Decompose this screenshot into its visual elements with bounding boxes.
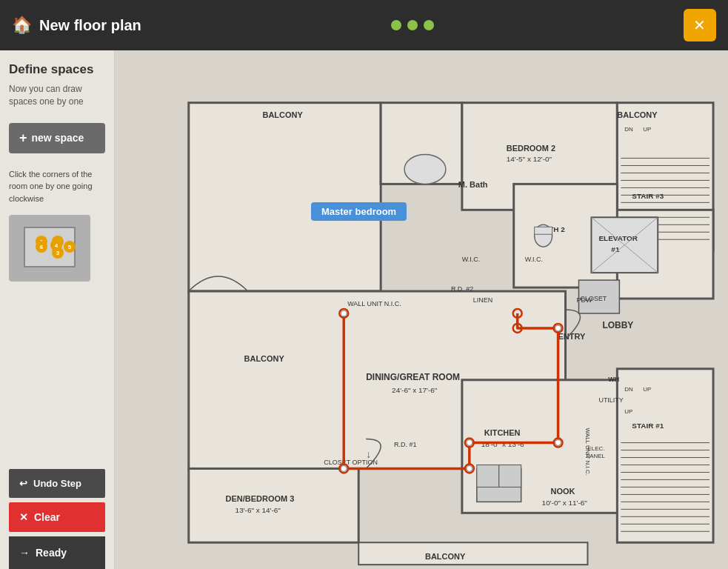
clear-label: Clear — [34, 511, 60, 523]
arrow-icon: → — [19, 547, 30, 559]
svg-point-102 — [555, 325, 561, 331]
svg-point-100 — [467, 440, 472, 446]
svg-text:PANEL: PANEL — [586, 453, 605, 459]
svg-text:DINING/GREAT ROOM: DINING/GREAT ROOM — [366, 372, 460, 382]
svg-text:ELEVATOR: ELEVATOR — [598, 234, 638, 242]
define-spaces-description: Now you can draw spaces one by one — [9, 83, 105, 108]
svg-text:PDW: PDW — [576, 296, 592, 304]
svg-rect-11 — [358, 542, 587, 565]
svg-text:UTILITY: UTILITY — [598, 396, 623, 404]
svg-text:WH: WH — [608, 376, 619, 383]
svg-point-98 — [341, 465, 347, 471]
svg-text:BALCONY: BALCONY — [617, 110, 658, 119]
svg-text:UP: UP — [643, 386, 651, 393]
close-button[interactable]: ✕ — [684, 9, 716, 41]
svg-text:NOOK: NOOK — [551, 487, 575, 496]
svg-text:W.I.C.: W.I.C. — [525, 256, 543, 263]
svg-text:M. Bath: M. Bath — [458, 180, 488, 189]
svg-text:DN: DN — [624, 386, 633, 393]
svg-text:10'-0" x 11'-6": 10'-0" x 11'-6" — [542, 499, 588, 507]
master-bedroom-label: Master bedroom — [311, 202, 407, 221]
corner-5: 5 — [64, 241, 76, 253]
corner-diagram: 1 2 3 4 5 6 — [9, 215, 90, 282]
svg-point-97 — [341, 310, 347, 316]
dot-3 — [424, 20, 434, 30]
corner-4: 4 — [50, 239, 62, 251]
header-left: 🏠 New floor plan — [12, 16, 141, 35]
svg-text:BEDROOM 2: BEDROOM 2 — [507, 144, 555, 153]
svg-text:W.I.C.: W.I.C. — [462, 256, 480, 263]
home-icon: 🏠 — [12, 16, 32, 35]
svg-point-82 — [404, 155, 446, 184]
svg-text:14'-5" x 12'-0": 14'-5" x 12'-0" — [507, 155, 552, 163]
dot-2 — [407, 20, 418, 30]
new-space-button[interactable]: + new space — [9, 123, 105, 153]
svg-text:R.D. #1: R.D. #1 — [394, 441, 416, 448]
svg-text:STAIR #1: STAIR #1 — [632, 422, 664, 430]
svg-text:ELEC.: ELEC. — [587, 445, 604, 452]
app-title: New floor plan — [39, 17, 141, 34]
svg-text:STAIR #3: STAIR #3 — [632, 192, 664, 200]
new-space-label: new space — [32, 132, 84, 144]
corner-box: 1 2 3 4 5 6 — [24, 227, 76, 267]
svg-text:BALCONY: BALCONY — [263, 110, 304, 119]
svg-text:KITCHEN: KITCHEN — [484, 428, 521, 437]
undo-button[interactable]: ↩ Undo Step — [9, 469, 105, 498]
svg-text:LOBBY: LOBBY — [602, 320, 633, 330]
instructions-text: Click the corners of the room one by one… — [9, 168, 105, 205]
svg-text:LINEN: LINEN — [473, 296, 492, 304]
ready-label: Ready — [36, 547, 67, 559]
svg-text:DN: DN — [624, 126, 633, 133]
undo-label: Undo Step — [33, 478, 81, 489]
floorplan-svg: BALCONY BALCONY BALCONY BALCONY M. Bath … — [115, 50, 728, 569]
header: 🏠 New floor plan ✕ — [0, 0, 728, 50]
dot-1 — [391, 20, 401, 30]
svg-rect-1 — [189, 103, 381, 291]
canvas-area[interactable]: BALCONY BALCONY BALCONY BALCONY M. Bath … — [115, 50, 728, 569]
svg-text:DEN/BEDROOM 3: DEN/BEDROOM 3 — [226, 494, 295, 503]
ready-button[interactable]: → Ready — [9, 536, 105, 569]
header-dots — [391, 20, 434, 30]
svg-text:UP: UP — [624, 408, 632, 415]
define-spaces-title: Define spaces — [9, 62, 105, 77]
svg-text:WALL UNIT N.I.C.: WALL UNIT N.I.C. — [347, 300, 401, 307]
svg-point-101 — [555, 440, 561, 446]
main-layout: Define spaces Now you can draw spaces on… — [0, 50, 728, 569]
svg-text:ENTRY: ENTRY — [558, 332, 586, 341]
undo-icon: ↩ — [19, 478, 27, 489]
sidebar: Define spaces Now you can draw spaces on… — [0, 50, 115, 569]
svg-text:R.D. #2: R.D. #2 — [451, 285, 473, 293]
plus-icon: + — [19, 130, 27, 146]
svg-text:UP: UP — [643, 126, 651, 133]
svg-rect-86 — [477, 465, 499, 487]
svg-rect-84 — [535, 227, 552, 234]
svg-text:BALCONY: BALCONY — [425, 552, 466, 561]
svg-rect-87 — [499, 465, 521, 487]
svg-text:BALCONY: BALCONY — [244, 354, 285, 363]
svg-point-99 — [467, 465, 472, 471]
clear-icon: ✕ — [19, 511, 28, 523]
corner-6: 6 — [36, 241, 47, 253]
clear-button[interactable]: ✕ Clear — [9, 502, 105, 532]
svg-text:↓: ↓ — [366, 448, 371, 460]
svg-text:13'-6" x 14'-6": 13'-6" x 14'-6" — [236, 506, 281, 514]
svg-text:24'-6" x 17'-6": 24'-6" x 17'-6" — [392, 386, 438, 394]
